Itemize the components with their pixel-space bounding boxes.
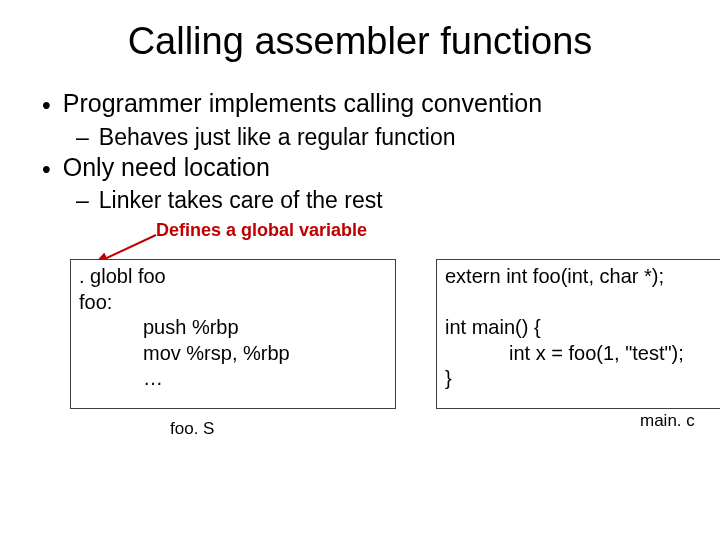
bullet-subitem: – Linker takes care of the rest [42, 187, 700, 214]
code-line: } [445, 366, 720, 392]
bullet-marker: – [76, 124, 89, 151]
code-box-assembly: . globl foo foo: push %rbp mov %rsp, %rb… [70, 259, 396, 409]
bullet-subitem: – Behaves just like a regular function [42, 124, 700, 151]
bullet-text: Linker takes care of the rest [99, 187, 383, 214]
code-line: … [79, 366, 387, 392]
code-line: push %rbp [79, 315, 387, 341]
code-line: extern int foo(int, char *); [445, 264, 720, 290]
file-label-assembly: foo. S [170, 419, 214, 439]
slide-content: • Programmer implements calling conventi… [0, 89, 720, 241]
bullet-item: • Only need location [42, 153, 700, 186]
bullet-marker: • [42, 153, 51, 186]
bullet-text: Only need location [63, 153, 270, 182]
code-line: int main() { [445, 315, 720, 341]
bullet-text: Programmer implements calling convention [63, 89, 542, 118]
code-line: int x = foo(1, "test"); [445, 341, 720, 367]
code-line [445, 290, 720, 316]
bullet-text: Behaves just like a regular function [99, 124, 456, 151]
code-line: foo: [79, 290, 387, 316]
bullet-marker: – [76, 187, 89, 214]
bullet-marker: • [42, 89, 51, 122]
file-label-c: main. c [640, 411, 695, 431]
code-line: mov %rsp, %rbp [79, 341, 387, 367]
bullet-item: • Programmer implements calling conventi… [42, 89, 700, 122]
slide-title: Calling assembler functions [0, 20, 720, 63]
code-box-c: extern int foo(int, char *); int main() … [436, 259, 720, 409]
code-line: . globl foo [79, 264, 387, 290]
